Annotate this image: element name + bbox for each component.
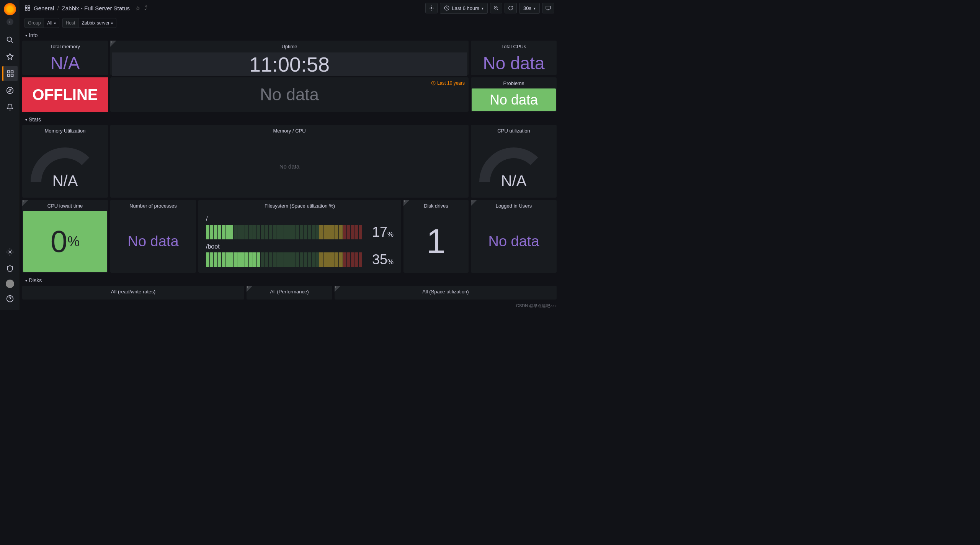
panel-all-space[interactable]: i All (Space utilization) bbox=[335, 286, 557, 300]
total-cpus-value: No data bbox=[483, 53, 544, 74]
star-icon[interactable] bbox=[2, 49, 18, 64]
breadcrumb-folder[interactable]: General bbox=[34, 5, 54, 11]
breadcrumb-separator: / bbox=[57, 5, 59, 11]
section-toggle-info[interactable]: ▾Info bbox=[22, 30, 557, 41]
svg-point-6 bbox=[9, 251, 11, 253]
time-picker-button[interactable]: Last 6 hours ▾ bbox=[440, 3, 488, 14]
panel-title: Memory Utilization bbox=[22, 125, 108, 135]
star-button[interactable]: ☆ bbox=[135, 5, 140, 12]
refresh-interval-button[interactable]: 30s ▾ bbox=[519, 3, 540, 14]
gear-icon[interactable] bbox=[2, 244, 18, 260]
panel-title: Memory / CPU bbox=[110, 125, 469, 135]
problems-value: No data bbox=[490, 92, 538, 108]
fs-row: /17% bbox=[201, 214, 398, 242]
shield-icon[interactable] bbox=[2, 261, 18, 277]
help-icon[interactable] bbox=[2, 291, 18, 306]
panel-total-memory[interactable]: Total memory N/A bbox=[22, 41, 108, 75]
cpu-util-value: N/A bbox=[501, 172, 527, 190]
panel-title: Number of processes bbox=[110, 200, 196, 210]
panel-disk-drives[interactable]: i Disk drives 1 bbox=[403, 200, 469, 273]
svg-rect-11 bbox=[28, 8, 30, 10]
panel-memory-utilization[interactable]: Memory Utilization N/A bbox=[22, 125, 108, 198]
alerting-icon[interactable] bbox=[2, 100, 18, 115]
logged-users-value: No data bbox=[488, 233, 539, 250]
panel-all-rw[interactable]: All (read/write rates) bbox=[22, 286, 244, 300]
panel-title: Uptime bbox=[110, 41, 469, 51]
panel-title: All (read/write rates) bbox=[22, 286, 244, 296]
num-proc-value: No data bbox=[127, 233, 178, 250]
panel-problems[interactable]: Problems No data bbox=[471, 77, 557, 112]
group-var-select[interactable]: All▾ bbox=[44, 18, 59, 28]
panel-title: Disk drives bbox=[403, 200, 469, 210]
zoom-out-button[interactable] bbox=[490, 3, 502, 13]
fs-percent: 17% bbox=[367, 224, 394, 240]
info-icon: i bbox=[472, 200, 472, 203]
info-icon: i bbox=[247, 285, 248, 289]
section-toggle-disks[interactable]: ▾Disks bbox=[22, 275, 557, 286]
search-icon[interactable] bbox=[2, 32, 18, 47]
offline-value: OFFLINE bbox=[22, 77, 108, 112]
panel-title: Logged in Users bbox=[471, 200, 557, 210]
section-toggle-stats[interactable]: ▾Stats bbox=[22, 114, 557, 125]
svg-point-0 bbox=[7, 37, 11, 42]
svg-point-5 bbox=[7, 87, 13, 94]
panel-cpu-iowait[interactable]: i CPU iowait time 0 % bbox=[22, 200, 108, 273]
svg-rect-3 bbox=[8, 74, 10, 77]
svg-rect-4 bbox=[11, 74, 13, 77]
fs-bar bbox=[206, 252, 362, 267]
panel-title: Problems bbox=[471, 77, 557, 88]
panel-logged-users[interactable]: i Logged in Users No data bbox=[471, 200, 557, 273]
total-memory-value: N/A bbox=[51, 53, 80, 74]
info-icon: i bbox=[335, 285, 336, 289]
panel-title: Total CPUs bbox=[471, 41, 557, 51]
avatar[interactable] bbox=[6, 280, 14, 288]
panel-memory-cpu[interactable]: Memory / CPU No data bbox=[110, 125, 469, 198]
breadcrumb: General / Zabbix - Full Server Status bbox=[24, 5, 130, 11]
info-icon: i bbox=[23, 200, 24, 203]
breadcrumb-dashboard[interactable]: Zabbix - Full Server Status bbox=[62, 5, 130, 11]
info-icon: i bbox=[111, 40, 112, 44]
monitor-button[interactable] bbox=[542, 3, 554, 13]
panel-num-processes[interactable]: Number of processes No data bbox=[110, 200, 196, 273]
panel-offline-status[interactable]: OFFLINE bbox=[22, 77, 108, 112]
refresh-interval-label: 30s bbox=[523, 5, 531, 11]
explore-icon[interactable] bbox=[2, 83, 18, 98]
variable-bar: Group All▾ Host Zabbix server▾ bbox=[20, 16, 559, 30]
dashboards-icon[interactable] bbox=[2, 66, 18, 81]
settings-button[interactable] bbox=[425, 3, 438, 13]
expand-sidebar-button[interactable]: › bbox=[7, 18, 13, 25]
panel-filesystem[interactable]: Filesystem (Space utilization %) /17%/bo… bbox=[198, 200, 401, 273]
panel-cpu-utilization[interactable]: CPU utilization N/A bbox=[471, 125, 557, 198]
panel-middle-nodata[interactable]: Last 10 years No data bbox=[110, 77, 469, 112]
fs-percent: 35% bbox=[367, 252, 394, 268]
panel-title: CPU iowait time bbox=[22, 200, 108, 210]
info-icon: i bbox=[404, 200, 405, 203]
nodata-value: No data bbox=[260, 85, 319, 104]
disk-drives-value: 1 bbox=[426, 222, 446, 261]
watermark: CSDN @早点睡吧zzz bbox=[516, 303, 557, 309]
panel-all-perf[interactable]: i All (Performance) bbox=[247, 286, 332, 300]
panel-title: All (Performance) bbox=[247, 286, 332, 296]
time-note: Last 10 years bbox=[431, 80, 465, 86]
panel-title: Total memory bbox=[22, 41, 108, 51]
panel-title: CPU utilization bbox=[471, 125, 557, 135]
refresh-button[interactable] bbox=[505, 3, 517, 13]
host-var-select[interactable]: Zabbix server▾ bbox=[78, 18, 116, 28]
panel-total-cpus[interactable]: Total CPUs No data bbox=[471, 41, 557, 75]
time-range-label: Last 6 hours bbox=[452, 5, 479, 11]
panel-uptime[interactable]: i Uptime 11:00:58 bbox=[110, 41, 469, 75]
panel-title: All (Space utilization) bbox=[335, 286, 557, 296]
mem-util-value: N/A bbox=[52, 172, 78, 190]
svg-point-12 bbox=[431, 7, 433, 9]
grafana-logo[interactable] bbox=[4, 3, 16, 15]
fs-bar bbox=[206, 225, 362, 239]
uptime-value: 11:00:58 bbox=[112, 52, 467, 76]
chevron-down-icon: ▾ bbox=[482, 6, 483, 10]
chevron-down-icon: ▾ bbox=[534, 6, 536, 10]
share-button[interactable]: ⤴ bbox=[144, 5, 147, 12]
fs-row: /boot35% bbox=[201, 242, 398, 269]
panel-title: Filesystem (Space utilization %) bbox=[198, 200, 401, 210]
dashboard-icon bbox=[24, 5, 31, 11]
clock-icon bbox=[444, 5, 449, 11]
svg-rect-1 bbox=[8, 71, 10, 73]
